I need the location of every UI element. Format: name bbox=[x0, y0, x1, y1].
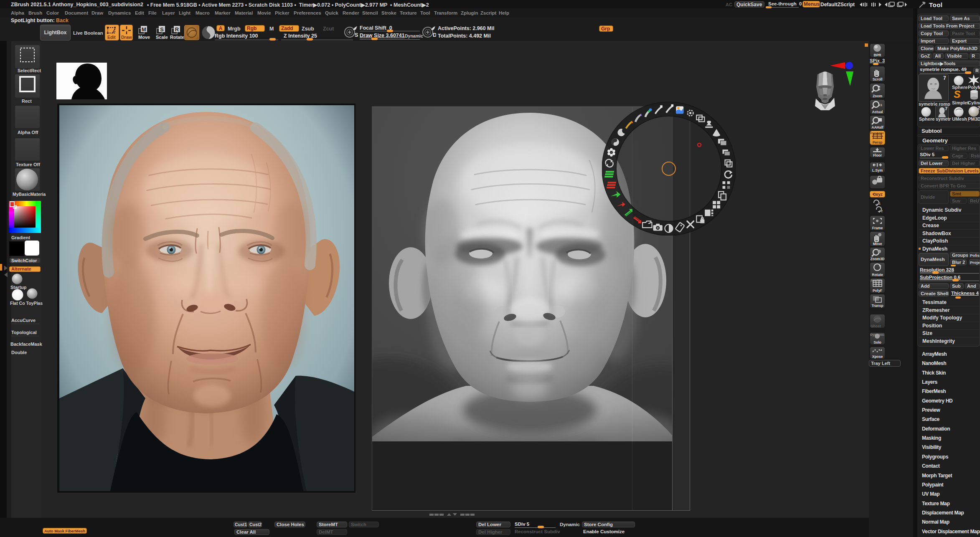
svg-text:S: S bbox=[355, 32, 358, 38]
svg-text:M: M bbox=[142, 26, 146, 33]
svg-text:S: S bbox=[160, 26, 164, 33]
svg-text:1: 1 bbox=[879, 202, 881, 205]
svg-text:R: R bbox=[175, 26, 179, 33]
svg-text:D: D bbox=[433, 32, 436, 38]
svg-text:2: 2 bbox=[881, 210, 883, 213]
svg-text:x1: x1 bbox=[878, 103, 882, 107]
